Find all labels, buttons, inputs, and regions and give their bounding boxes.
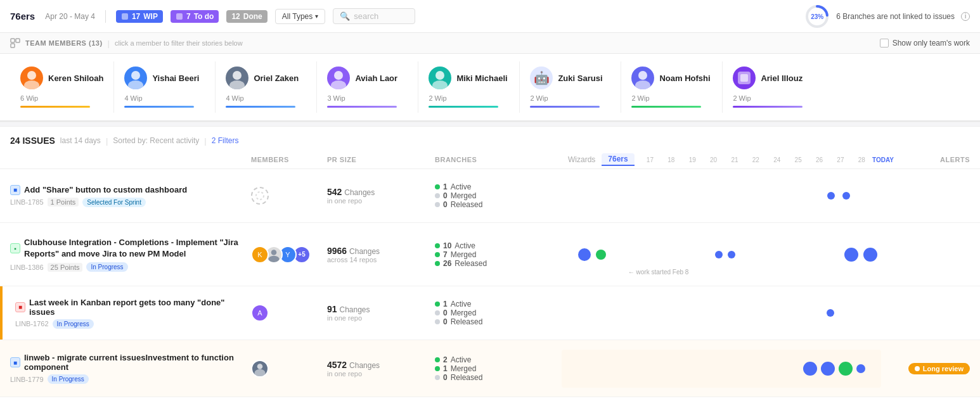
branches-col-4: 2 Active 1 Merged 0 Released [435, 355, 562, 382]
progress-circle: 23% [804, 4, 830, 29]
pr-changes-4: 4572 Changes [327, 360, 435, 370]
member-name-oriel: Oriel Zaken [254, 73, 299, 83]
info-icon[interactable]: i [961, 12, 970, 21]
tab-wizards[interactable]: Wizards [562, 154, 602, 165]
gantt-dot-4c [839, 362, 853, 376]
pr-repo-3: in one repo [327, 314, 435, 322]
issue-row-1[interactable]: ■ Add "Share" button to custom dashboard… [0, 169, 980, 223]
svg-point-10 [128, 80, 143, 89]
member-card-noam[interactable]: Noam Hofshi 2 Wip [621, 61, 723, 113]
svg-point-13 [334, 71, 343, 80]
issues-meta: last 14 days [60, 136, 101, 145]
todo-count: 7 [186, 12, 191, 21]
bookmark-3 [0, 286, 3, 340]
issue-status-2: In Progress [86, 262, 127, 272]
issue-id-3: LINB-1762 [15, 320, 49, 327]
member-card-oriel[interactable]: Oriel Zaken 4 Wip [216, 61, 317, 113]
member-card-ariel[interactable]: Ariel Illouz 2 Wip [723, 61, 824, 113]
tab-76ers[interactable]: 76ers [602, 153, 634, 166]
pr-changes-2: 9966 Changes [327, 246, 435, 256]
member-card-keren[interactable]: Keren Shiloah 6 Wip [10, 61, 114, 113]
member-name-keren: Keren Shiloah [48, 73, 103, 83]
member-card-miki[interactable]: Miki Michaeli 2 Wip [418, 61, 520, 113]
todo-badge[interactable]: 7 To do [171, 10, 219, 23]
avatar-oriel [226, 67, 248, 89]
members-row: Keren Shiloah 6 Wip Yishai Beeri 4 Wip O… [0, 54, 980, 122]
gantt-dot-4b [821, 362, 835, 376]
member-name-aviah: Aviah Laor [355, 73, 397, 83]
sprint-dates: Apr 20 - May 4 [45, 12, 95, 21]
issue-meta-3: LINB-1762 In Progress [15, 319, 251, 329]
svg-point-16 [432, 80, 448, 89]
pr-repo-2: across 14 repos [327, 256, 435, 264]
avatar-aviah [327, 67, 350, 89]
issues-count: 24 ISSUES [10, 136, 55, 146]
wip-bar-ariel [733, 106, 803, 108]
issues-header: 24 ISSUES last 14 days | Sorted by: Rece… [0, 127, 980, 151]
gantt-col-2: ← work started Feb 8 [562, 232, 894, 277]
gantt-dot-4d [856, 364, 865, 373]
wip-badge[interactable]: 17 WIP [116, 10, 163, 23]
branch-released-4: 0 Released [435, 373, 562, 382]
member-wip-miki: 2 Wip [429, 94, 446, 102]
gantt-dates: 17 18 19 20 21 22 24 25 26 27 28 TODAY [640, 156, 894, 163]
pr-size-col-1: 542 Changes in one repo [327, 187, 435, 205]
branch-merged-1: 0 Merged [435, 191, 562, 200]
issue-meta-4: LINB-1779 In Progress [10, 374, 251, 384]
issue-meta-1: LINB-1785 1 Points Selected For Sprint [10, 198, 251, 207]
pr-size-col-3: 91 Changes in one repo [327, 304, 435, 322]
member-card-yishai[interactable]: Yishai Beeri 4 Wip [114, 61, 216, 113]
all-types-button[interactable]: All Types ▾ [275, 9, 325, 24]
issue-type-icon-3: ■ [15, 302, 25, 312]
issues-sorted: Sorted by: Recent activity [113, 136, 199, 145]
issue-info-4: ■ linweb - migrate current issuesInvestm… [10, 353, 251, 384]
avatar-miki [429, 67, 451, 89]
issue-type-icon-1: ■ [10, 185, 20, 195]
gantt-tabs: Wizards 76ers 17 18 19 20 21 22 24 25 26… [562, 153, 894, 166]
pr-size-col-4: 4572 Changes in one repo [327, 360, 435, 378]
branch-active-1: 1 Active [435, 182, 562, 191]
member-name-noam: Noam Hofshi [659, 73, 710, 83]
wip-icon [121, 13, 129, 20]
members-col-2: K Y +5 [251, 246, 327, 264]
member-card-aviah[interactable]: Aviah Laor 3 Wip [317, 61, 418, 113]
branch-merged-3: 0 Merged [435, 308, 562, 317]
member-card-zuki[interactable]: 🤖 Zuki Sarusi 2 Wip [520, 61, 621, 113]
member-wip-aviah: 3 Wip [327, 94, 345, 102]
long-review-badge: Long review [908, 363, 970, 374]
wip-count: 17 [132, 12, 140, 21]
expand-icon[interactable] [10, 38, 20, 48]
member-wip-noam: 2 Wip [631, 94, 649, 102]
top-bar-right: 23% 6 Branches are not linked to issues … [804, 4, 970, 29]
issue-row-3[interactable]: ■ Last week in Kanban report gets too ma… [0, 286, 980, 340]
gantt-col-4 [562, 350, 881, 388]
wip-bar-oriel [226, 106, 295, 108]
search-box[interactable]: 🔍 search [333, 8, 415, 24]
issue-info-3: ■ Last week in Kanban report gets too ma… [10, 298, 251, 329]
pr-repo-4: in one repo [327, 370, 435, 378]
wip-bar-yishai [124, 106, 194, 108]
issue-row-4[interactable]: ■ linweb - migrate current issuesInvestm… [0, 340, 980, 397]
show-team-work[interactable]: Show only team's work [880, 39, 970, 48]
done-badge[interactable]: 12 Done [226, 10, 267, 23]
members-col-4 [251, 360, 327, 378]
team-label: TEAM MEMBERS (13) [25, 39, 103, 47]
svg-point-22 [271, 250, 277, 255]
long-review-label: Long review [923, 365, 964, 372]
issue-info-2: ▪ Clubhouse Integration - Completions - … [10, 237, 251, 272]
gantt-dot-3a [827, 309, 834, 317]
avatar-m3-1: A [251, 304, 269, 322]
show-team-checkbox[interactable] [880, 39, 889, 48]
branch-released-2: 26 Released [435, 259, 562, 268]
gantt-dot-1b [842, 192, 850, 200]
filters-link[interactable]: 2 Filters [212, 136, 239, 145]
avatar-keren [20, 67, 43, 89]
branches-col-1: 1 Active 0 Merged 0 Released [435, 182, 562, 209]
issue-title-4: ■ linweb - migrate current issuesInvestm… [10, 353, 251, 372]
svg-point-9 [131, 71, 140, 80]
top-bar: 76ers Apr 20 - May 4 17 WIP 7 To do 12 D… [0, 0, 980, 33]
gantt-dot-2e [844, 248, 858, 262]
member-wip-oriel: 4 Wip [226, 94, 243, 102]
issue-row-2[interactable]: ▪ Clubhouse Integration - Completions - … [0, 223, 980, 286]
gantt-dot-2a [578, 248, 591, 261]
